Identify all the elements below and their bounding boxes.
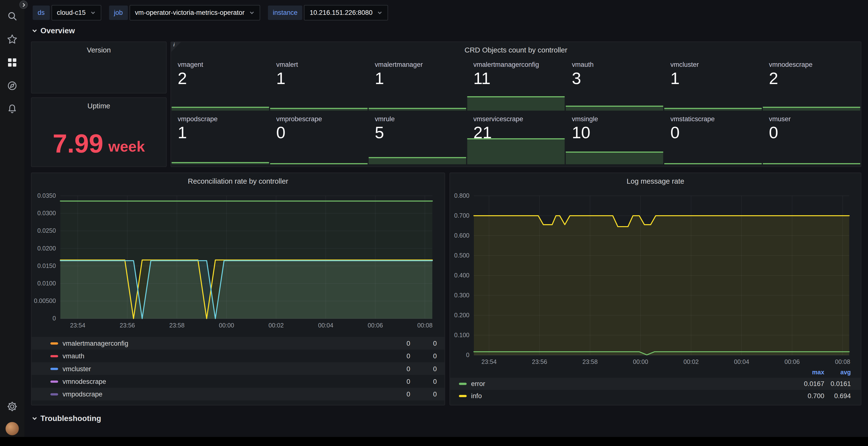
legend-row-vmalertmanagerconfig[interactable]: vmalertmanagerconfig00 (32, 337, 444, 349)
legend-value: 0 (410, 352, 437, 360)
stat-value: 5 (375, 123, 467, 142)
series-color-marker (50, 380, 58, 382)
stat-sparkline (270, 108, 368, 110)
panel-crd-title[interactable]: CRD Objects count by controller (171, 42, 861, 58)
svg-text:23:56: 23:56 (532, 358, 547, 365)
svg-text:00:06: 00:06 (368, 322, 383, 329)
stat-value: 1 (375, 69, 467, 89)
legend-value: 0 (410, 365, 437, 373)
stat-sparkline (172, 162, 269, 164)
panel-uptime-title[interactable]: Uptime (32, 98, 166, 113)
stat-sparkline (566, 106, 663, 110)
legend-value: 0 (372, 377, 410, 385)
svg-text:0: 0 (53, 315, 56, 322)
svg-text:0.700: 0.700 (454, 212, 469, 219)
variable-value-job[interactable]: vm-operator-victoria-metrics-operator (129, 5, 260, 21)
alerts-bell-icon[interactable] (6, 103, 18, 115)
stat-sparkline (664, 163, 762, 165)
legend-row-vmprobescrape[interactable]: vmprobescrape00 (32, 400, 444, 404)
panel-version-title[interactable]: Version (32, 42, 166, 58)
legend-sort-max[interactable]: max (785, 369, 824, 376)
stat-label: vmagent (178, 61, 270, 69)
legend-value: 0 (410, 377, 437, 385)
svg-text:0.0150: 0.0150 (37, 262, 56, 269)
svg-text:23:58: 23:58 (582, 358, 598, 365)
sidebar-expand-button[interactable] (20, 0, 28, 9)
series-name[interactable]: vmpodscrape (62, 390, 102, 398)
svg-text:23:56: 23:56 (120, 322, 135, 329)
legend-row-vmnodescrape[interactable]: vmnodescrape00 (32, 375, 444, 388)
legend-value: 0 (372, 365, 410, 373)
stat-sparkline (763, 163, 860, 165)
legend-value: 0.0167 (785, 380, 824, 388)
svg-text:0: 0 (466, 351, 469, 358)
legend-value: 0.0161 (824, 380, 851, 388)
legend-row-info[interactable]: info0.7000.694 (450, 390, 861, 402)
stat-sparkline (467, 138, 565, 164)
reconciliation-chart[interactable]: 0.03500.03000.02500.02000.01500.01000.00… (32, 188, 444, 337)
stat-vmuser: vmuser0 (762, 111, 861, 165)
svg-text:0.100: 0.100 (454, 332, 469, 338)
variable-label-instance[interactable]: instance (268, 6, 303, 20)
panel-log-message-rate: Log message rate 0.8000.7000.6000.5000.4… (450, 172, 862, 405)
variable-value-instance[interactable]: 10.216.151.226:8080 (304, 5, 388, 21)
section-troubleshooting[interactable]: Troubleshooting (32, 414, 101, 422)
variable-label-ds[interactable]: ds (33, 6, 50, 20)
stat-value: 11 (473, 69, 565, 89)
viewport-bottom-edge (0, 437, 868, 446)
stat-value: 0 (769, 123, 861, 142)
log-chart[interactable]: 0.8000.7000.6000.5000.4000.3000.2000.100… (450, 188, 861, 367)
svg-text:0.00500: 0.00500 (34, 297, 56, 304)
settings-gear-icon[interactable] (6, 401, 18, 412)
stat-label: vmalert (276, 61, 368, 69)
svg-text:00:00: 00:00 (219, 322, 234, 329)
star-icon[interactable] (6, 34, 18, 45)
panel-log-title[interactable]: Log message rate (450, 173, 861, 189)
variable-label-job[interactable]: job (109, 6, 128, 20)
legend-value: 0 (410, 390, 437, 398)
stat-vmrule: vmrule5 (368, 111, 467, 165)
legend-row-vmauth[interactable]: vmauth00 (32, 349, 444, 362)
stat-vmalert: vmalert1 (270, 58, 368, 111)
series-name[interactable]: info (471, 392, 482, 400)
search-icon[interactable] (6, 10, 18, 22)
dashboards-icon[interactable] (6, 57, 18, 68)
stat-label: vmalertmanager (375, 61, 467, 69)
chevron-down-icon (377, 10, 382, 15)
variable-value-text: vm-operator-victoria-metrics-operator (135, 9, 245, 16)
user-avatar[interactable] (6, 422, 19, 435)
stat-label: vmauth (572, 61, 664, 69)
variable-value-ds[interactable]: cloud-c15 (51, 5, 101, 21)
section-overview-label: Overview (40, 26, 75, 35)
series-color-marker (50, 393, 58, 395)
legend-row-vmpodscrape[interactable]: vmpodscrape00 (32, 388, 444, 400)
series-name[interactable]: vmalertmanagerconfig (62, 339, 128, 347)
series-name[interactable]: vmprobescrape (62, 403, 108, 404)
panel-reconciliation-title[interactable]: Reconciliation rate by controller (32, 173, 444, 189)
stat-label: vmprobescrape (276, 115, 368, 123)
legend-row-vmcluster[interactable]: vmcluster00 (32, 362, 444, 375)
series-name[interactable]: vmnodescrape (62, 377, 106, 385)
section-overview[interactable]: Overview (32, 26, 75, 35)
stat-label: vmuser (769, 115, 861, 123)
legend-sort-avg[interactable]: avg (824, 369, 851, 376)
explore-compass-icon[interactable] (6, 80, 18, 91)
svg-text:00:04: 00:04 (318, 322, 333, 329)
variable-job: job vm-operator-victoria-metrics-operato… (109, 5, 260, 21)
svg-text:0.200: 0.200 (454, 312, 469, 318)
stat-sparkline (369, 108, 466, 110)
stat-sparkline (467, 96, 565, 110)
series-name[interactable]: error (471, 380, 485, 388)
legend-row-error[interactable]: error0.01670.0161 (450, 378, 861, 390)
panel-reconciliation-rate: Reconciliation rate by controller 0.0350… (31, 172, 445, 405)
svg-text:00:04: 00:04 (734, 358, 749, 365)
stat-vmpodscrape: vmpodscrape1 (171, 111, 270, 165)
chevron-down-icon (90, 10, 96, 15)
series-name[interactable]: vmauth (62, 352, 84, 360)
chevron-down-icon (249, 10, 254, 15)
stat-sparkline (664, 108, 762, 110)
svg-text:00:00: 00:00 (633, 358, 648, 365)
legend-header-row: maxavg (450, 367, 861, 378)
series-name[interactable]: vmcluster (62, 365, 91, 373)
svg-text:00:02: 00:02 (269, 322, 284, 329)
